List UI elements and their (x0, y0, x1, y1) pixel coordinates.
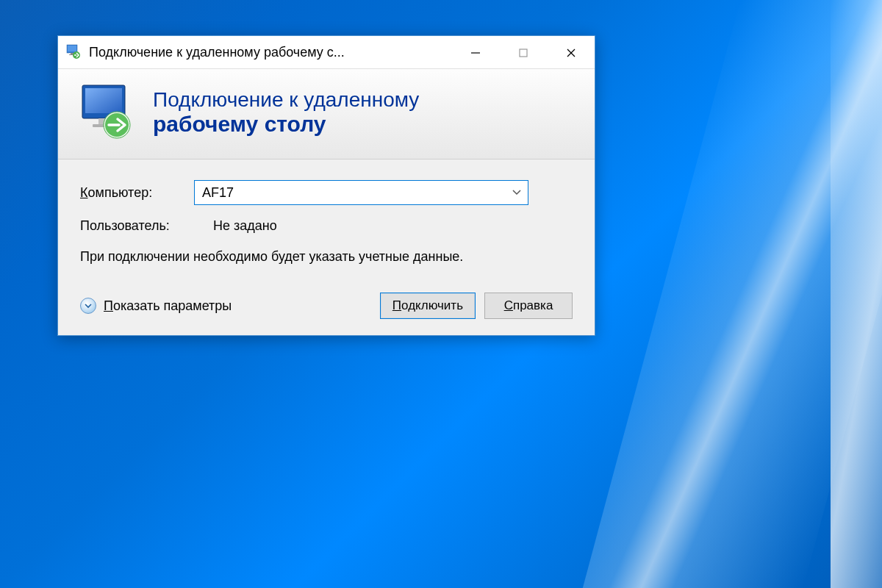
window-controls (451, 36, 595, 68)
user-value: Не задано (213, 218, 277, 234)
desktop-light-effect-2 (831, 0, 882, 588)
window-title: Подключение к удаленному рабочему с... (89, 45, 451, 60)
rdp-banner-icon (76, 82, 137, 143)
user-label: Пользователь: (80, 218, 194, 234)
close-button[interactable] (547, 36, 595, 69)
banner-title-line2: рабочему столу (153, 112, 576, 137)
rdp-app-icon (65, 44, 82, 60)
rdp-dialog-window: Подключение к удаленному рабочему с... (57, 35, 595, 336)
help-button[interactable]: Справка (484, 293, 573, 319)
minimize-button[interactable] (451, 36, 499, 69)
user-row: Пользователь: Не задано (80, 218, 573, 234)
maximize-button[interactable] (499, 36, 547, 69)
chevron-down-icon[interactable] (506, 181, 528, 204)
titlebar[interactable]: Подключение к удаленному рабочему с... (58, 36, 595, 69)
connect-button[interactable]: Подключить (380, 293, 476, 319)
computer-combobox[interactable] (194, 180, 528, 205)
banner-title-line1: Подключение к удаленному (153, 88, 576, 112)
computer-row: Компьютер: (80, 180, 573, 205)
show-options-toggle[interactable]: Показать параметры (80, 298, 371, 314)
svg-rect-11 (85, 88, 122, 113)
dialog-banner: Подключение к удаленному рабочему столу (58, 69, 595, 159)
dialog-footer: Показать параметры Подключить Справка (80, 288, 573, 319)
credentials-info-text: При подключении необходимо будет указать… (80, 247, 573, 266)
computer-label: Компьютер: (80, 185, 194, 201)
expand-down-icon (80, 298, 96, 314)
banner-text: Подключение к удаленному рабочему столу (153, 88, 576, 137)
svg-rect-1 (68, 46, 76, 51)
dialog-body: Компьютер: Пользователь: Не задано При п… (58, 159, 595, 335)
show-options-label: Показать параметры (104, 298, 232, 314)
computer-input[interactable] (195, 182, 506, 204)
svg-rect-6 (520, 49, 527, 57)
